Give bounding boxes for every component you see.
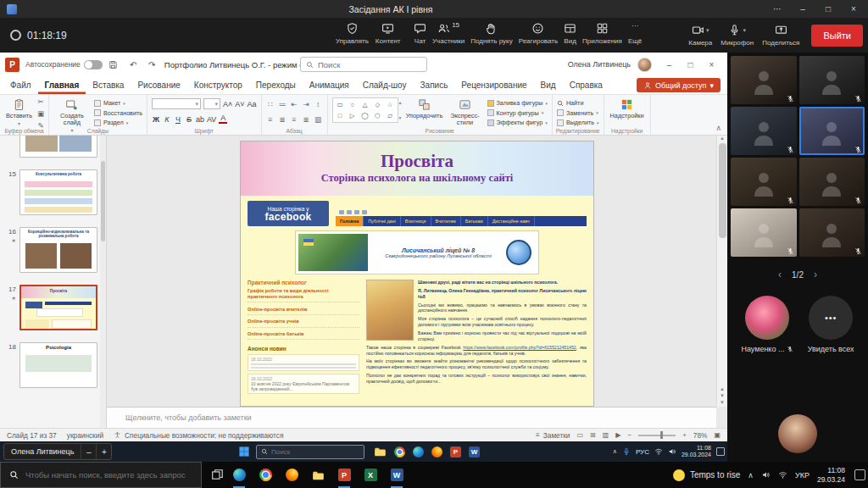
redo-icon[interactable]: ↷ [146,60,159,69]
participant-video-tile[interactable] [731,158,797,206]
shared-zoom-out-button[interactable]: – [81,444,96,459]
tab-record[interactable]: Запись [414,78,455,94]
chrome-icon[interactable] [394,446,405,458]
shape-icon[interactable]: ▱ [387,112,392,119]
scroll-up-icon[interactable]: ▲ [720,136,725,141]
quick-styles-button[interactable]: Экспресс-стили [447,97,484,127]
align-center-icon[interactable]: ≣ [278,115,287,124]
participant-video-tile[interactable] [799,208,865,257]
slide-thumbnail-17-selected[interactable]: 17★ Просвіта [5,285,101,330]
numbered-list-icon[interactable]: ≔ [278,100,287,108]
participant-video-tile[interactable] [799,158,865,206]
cut-icon[interactable]: ✂ [37,97,43,106]
self-view-avatar[interactable] [778,414,817,453]
tab-help[interactable]: Справка [563,78,609,94]
tab-review[interactable]: Рецензирование [454,78,533,94]
scroll-down-icon[interactable]: ▼ [720,400,725,405]
font-size-select[interactable]: ▾ [203,98,220,109]
task-view-icon[interactable] [211,469,224,481]
arrange-button[interactable]: Упорядочить [406,97,443,120]
tab-design[interactable]: Конструктор [187,78,249,94]
tray-expand-icon[interactable]: ∧ [613,448,617,455]
mic-dropdown-icon[interactable]: ▾ [743,27,746,34]
collapse-ribbon-icon[interactable]: ∧ [715,124,721,132]
participant-video-tile[interactable] [799,56,865,104]
share-access-button[interactable]: Общий доступ ▾ [637,78,721,92]
shape-icon[interactable]: ▷ [350,112,355,119]
underline-button[interactable]: Ч [174,115,182,124]
app-word[interactable]: W [389,468,404,483]
bullet-list-icon[interactable]: ∷ [266,100,275,108]
shrink-font-icon[interactable]: A˅ [235,100,244,108]
scrollbar-thumb[interactable] [719,143,726,238]
tab-animations[interactable]: Анимация [303,78,356,94]
close-icon[interactable]: × [841,0,866,18]
shape-outline-button[interactable]: Контур фигуры▾ [487,109,548,117]
slide-sorter-view-icon[interactable]: ⊞ [590,431,596,439]
zoom-out-icon[interactable]: − [627,431,632,439]
zoom-slider-knob[interactable] [660,431,663,439]
shape-icon[interactable]: ☆ [387,101,393,108]
tab-draw[interactable]: Рисование [131,78,186,94]
layout-button[interactable]: Макет▾ [94,99,142,107]
tray-wifi-icon[interactable] [778,470,787,480]
undo-icon[interactable]: ↶ [127,60,140,69]
apps-button[interactable]: Приложения [582,22,622,45]
more-button[interactable]: ⋯ Ещё [628,22,642,45]
font-name-select[interactable]: ▾ [152,98,201,109]
view-button[interactable]: Вид [564,22,576,45]
chat-button[interactable]: Чат [414,22,426,45]
tab-view[interactable]: Вид [534,78,563,94]
bold-button[interactable]: Ж [152,115,160,124]
local-clock[interactable]: 11:08 29.03.24 [817,466,845,483]
app-excel[interactable]: X [363,468,378,483]
shared-zoom-in-button[interactable]: + [96,444,111,459]
replace-button[interactable]: Заменить▾ [557,109,599,117]
maximize-icon[interactable]: □ [815,0,841,18]
participant-video-tile-active[interactable] [799,107,865,155]
weather-widget[interactable]: Temps to rise [673,469,740,481]
word-taskbar-icon[interactable]: W [469,446,480,458]
editor-scrollbar[interactable]: ▲ ▲ ▼ ▼ [716,136,727,407]
local-search-input[interactable] [25,470,192,480]
share-button[interactable]: Поделиться [762,24,799,47]
notes-pane[interactable]: Щелкните, чтобы добавить заметки [107,407,716,428]
shape-icon[interactable]: ◯ [361,112,368,119]
account-avatar[interactable] [637,58,652,72]
shared-clock[interactable]: 11:08 29.03.2024 [682,445,711,459]
local-taskbar-search[interactable] [0,462,202,488]
tray-speaker-icon[interactable] [668,447,676,456]
ppt-close-icon[interactable]: × [701,60,722,69]
slide-thumbnail-partial[interactable] [5,136,101,158]
content-button[interactable]: Контент [376,22,401,45]
reading-view-icon[interactable]: ▥ [603,431,609,439]
account-name[interactable]: Олена Литвинець [568,60,631,69]
previous-slide-icon[interactable]: ▲ [720,386,725,391]
fit-slide-icon[interactable]: ▣ [714,431,721,439]
zoom-in-icon[interactable]: + [682,431,687,439]
font-color-button[interactable]: А [219,114,227,124]
shape-icon[interactable]: ⬡ [375,112,381,119]
decrease-indent-icon[interactable]: ⇤ [290,100,299,108]
see-all-button[interactable]: ••• [809,296,853,340]
language-indicator[interactable]: украинский [67,431,103,440]
slideshow-view-icon[interactable]: ▶ [615,431,620,439]
shape-icon[interactable]: ○ [350,101,354,108]
reset-button[interactable]: Восстановить [94,109,142,117]
see-all-item[interactable]: ••• Увидеть всех [808,296,854,353]
mic-button[interactable]: ▾ Микрофон [721,24,754,47]
autosave-control[interactable]: Автосохранение [25,60,103,69]
increase-indent-icon[interactable]: ⇥ [302,100,311,108]
shared-notification-icon[interactable] [716,447,725,456]
italic-button[interactable]: К [163,115,171,124]
app-chrome[interactable] [258,468,273,483]
shape-icon[interactable]: △ [363,101,368,108]
normal-view-icon[interactable]: ▭ [577,431,584,439]
shape-fill-button[interactable]: Заливка фигуры▾ [487,99,548,107]
file-explorer-icon[interactable] [373,446,387,458]
shared-language-indicator[interactable]: РУС [636,448,649,456]
line-spacing-icon[interactable]: ↕ [314,100,323,108]
tab-slideshow[interactable]: Слайд-шоу [356,78,414,94]
character-spacing-button[interactable]: AV [207,115,216,124]
ppt-restore-icon[interactable]: □ [680,60,701,69]
